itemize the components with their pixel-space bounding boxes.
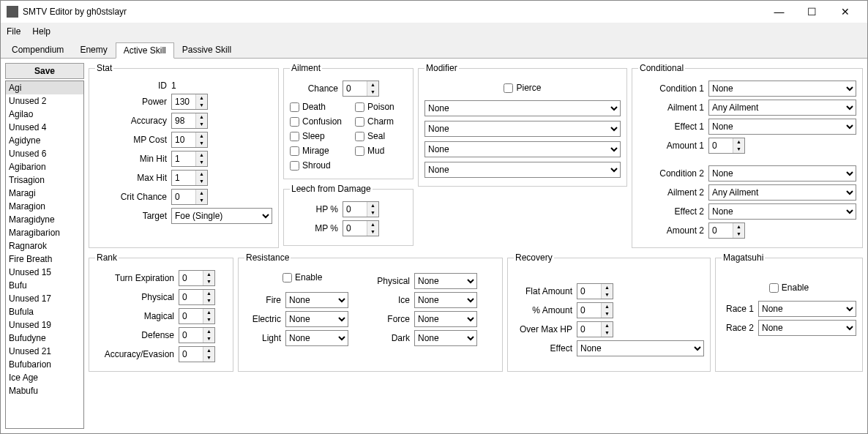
recovery-over-input[interactable]: ▲▼ bbox=[577, 321, 613, 337]
list-item[interactable]: Maragidyne bbox=[6, 213, 83, 226]
res-elec[interactable]: None bbox=[285, 311, 348, 327]
death-check[interactable]: Death bbox=[290, 102, 342, 112]
mpcost-input[interactable]: ▲▼ bbox=[171, 132, 208, 148]
modifier-2[interactable]: None bbox=[424, 121, 621, 137]
target-select[interactable]: Foe (Single) bbox=[171, 208, 272, 224]
modifier-4[interactable]: None bbox=[424, 162, 621, 178]
resistance-group: Resistance Enable FireNone ElectricNone … bbox=[238, 252, 503, 372]
res-ice[interactable]: None bbox=[414, 292, 477, 308]
res-phys[interactable]: None bbox=[414, 273, 477, 289]
list-item[interactable]: Fire Breath bbox=[6, 252, 83, 266]
res-dark[interactable]: None bbox=[414, 330, 477, 346]
list-item[interactable]: Agibarion bbox=[6, 160, 83, 173]
recovery-flat-input[interactable]: ▲▼ bbox=[577, 283, 613, 299]
list-item[interactable]: Unused 21 bbox=[6, 345, 83, 358]
leech-group: Leech from Damage HP %▲▼ MP %▲▼ bbox=[283, 184, 414, 246]
list-item[interactable]: Bufula bbox=[6, 305, 83, 318]
seal-check[interactable]: Seal bbox=[355, 131, 394, 141]
recovery-group: Recovery Flat Amount▲▼ % Amount▲▼ Over M… bbox=[507, 252, 711, 372]
ailment-group: Ailment Chance▲▼ Death Confusion Sleep M… bbox=[283, 63, 414, 179]
list-item[interactable]: Ice Age bbox=[6, 371, 83, 384]
modifier-group: Modifier Pierce None None None None bbox=[418, 63, 627, 187]
list-item[interactable]: Agidyne bbox=[6, 134, 83, 147]
list-item[interactable]: Unused 4 bbox=[6, 121, 83, 134]
confusion-check[interactable]: Confusion bbox=[290, 116, 342, 127]
list-item[interactable]: Unused 2 bbox=[6, 94, 83, 108]
res-force[interactable]: None bbox=[414, 311, 477, 327]
app-icon bbox=[7, 6, 18, 18]
list-item[interactable]: Bufudyne bbox=[6, 332, 83, 345]
window-title: SMTV Editor by gh0stslayr bbox=[23, 7, 763, 17]
res-light[interactable]: None bbox=[285, 330, 348, 346]
mud-check[interactable]: Mud bbox=[355, 146, 394, 156]
power-input[interactable]: ▲▼ bbox=[171, 94, 208, 110]
rank-mag-input[interactable]: ▲▼ bbox=[179, 308, 215, 324]
effect2-select[interactable]: None bbox=[708, 203, 856, 220]
magatsuhi-group: Magatsuhi Enable Race 1None Race 2None bbox=[715, 252, 863, 372]
list-item[interactable]: Trisagion bbox=[6, 173, 83, 187]
turn-exp-input[interactable]: ▲▼ bbox=[179, 270, 215, 286]
menu-bar: File Help bbox=[1, 23, 867, 40]
list-item[interactable]: Agi bbox=[6, 81, 83, 94]
charm-check[interactable]: Charm bbox=[355, 116, 394, 127]
maxhit-input[interactable]: ▲▼ bbox=[171, 170, 208, 186]
condition2-select[interactable]: None bbox=[708, 165, 856, 182]
accuracy-input[interactable]: ▲▼ bbox=[171, 113, 208, 129]
leech-mp-input[interactable]: ▲▼ bbox=[343, 220, 379, 236]
save-button[interactable]: Save bbox=[5, 63, 84, 79]
minhit-input[interactable]: ▲▼ bbox=[171, 151, 208, 167]
ailment1-select[interactable]: Any Ailment bbox=[708, 100, 856, 116]
poison-check[interactable]: Poison bbox=[355, 102, 394, 112]
list-item[interactable]: Agilao bbox=[6, 108, 83, 121]
modifier-3[interactable]: None bbox=[424, 141, 621, 157]
magatsuhi-enable-check[interactable]: Enable bbox=[769, 283, 809, 293]
list-item[interactable]: Bufu bbox=[6, 279, 83, 292]
rank-def-input[interactable]: ▲▼ bbox=[179, 327, 215, 343]
tab-compendium[interactable]: Compendium bbox=[4, 42, 72, 58]
condition1-select[interactable]: None bbox=[708, 81, 856, 97]
res-fire[interactable]: None bbox=[285, 292, 348, 308]
close-button[interactable]: ✕ bbox=[828, 1, 861, 23]
list-item[interactable]: Maragi bbox=[6, 187, 83, 200]
maximize-button[interactable]: ☐ bbox=[796, 1, 828, 23]
ailment2-select[interactable]: Any Ailment bbox=[708, 184, 856, 201]
list-item[interactable]: Ragnarok bbox=[6, 239, 83, 252]
skill-list[interactable]: AgiUnused 2AgilaoUnused 4AgidyneUnused 6… bbox=[5, 81, 84, 429]
recovery-pct-input[interactable]: ▲▼ bbox=[577, 302, 613, 318]
mirage-check[interactable]: Mirage bbox=[290, 146, 342, 156]
minimize-button[interactable]: — bbox=[763, 1, 796, 23]
stat-group: Stat ID1 Power▲▼ Accuracy▲▼ MP Cost▲▼ Mi… bbox=[89, 63, 279, 248]
tab-enemy[interactable]: Enemy bbox=[72, 42, 115, 58]
leech-hp-input[interactable]: ▲▼ bbox=[343, 201, 379, 217]
modifier-1[interactable]: None bbox=[424, 100, 621, 116]
res-enable-check[interactable]: Enable bbox=[283, 272, 322, 283]
effect1-select[interactable]: None bbox=[708, 119, 856, 135]
list-item[interactable]: Unused 19 bbox=[6, 318, 83, 332]
list-item[interactable]: Unused 17 bbox=[6, 292, 83, 305]
list-item[interactable]: Maragion bbox=[6, 200, 83, 213]
menu-help[interactable]: Help bbox=[32, 26, 50, 37]
list-item[interactable]: Unused 15 bbox=[6, 266, 83, 279]
chance-input[interactable]: ▲▼ bbox=[343, 81, 379, 97]
amount1-input[interactable]: ▲▼ bbox=[708, 138, 745, 154]
crit-input[interactable]: ▲▼ bbox=[171, 189, 208, 205]
id-value: 1 bbox=[171, 81, 176, 91]
list-item[interactable]: Maragibarion bbox=[6, 226, 83, 239]
rank-acc-input[interactable]: ▲▼ bbox=[179, 346, 215, 362]
tab-passive-skill[interactable]: Passive Skill bbox=[174, 42, 239, 58]
recovery-effect-select[interactable]: None bbox=[577, 340, 704, 356]
menu-file[interactable]: File bbox=[7, 26, 20, 37]
conditional-group: Conditional Condition 1None Ailment 1Any… bbox=[632, 63, 863, 248]
rank-phys-input[interactable]: ▲▼ bbox=[179, 289, 215, 305]
list-item[interactable]: Unused 6 bbox=[6, 147, 83, 160]
list-item[interactable]: Mabufu bbox=[6, 384, 83, 397]
shroud-check[interactable]: Shroud bbox=[290, 160, 342, 171]
sleep-check[interactable]: Sleep bbox=[290, 131, 342, 141]
race1-select[interactable]: None bbox=[758, 301, 856, 317]
tab-active-skill[interactable]: Active Skill bbox=[116, 42, 174, 59]
list-item[interactable]: Bufubarion bbox=[6, 358, 83, 371]
race2-select[interactable]: None bbox=[758, 320, 856, 336]
pierce-check[interactable]: Pierce bbox=[504, 83, 541, 93]
amount2-input[interactable]: ▲▼ bbox=[708, 222, 745, 239]
title-bar: SMTV Editor by gh0stslayr — ☐ ✕ bbox=[1, 1, 867, 23]
